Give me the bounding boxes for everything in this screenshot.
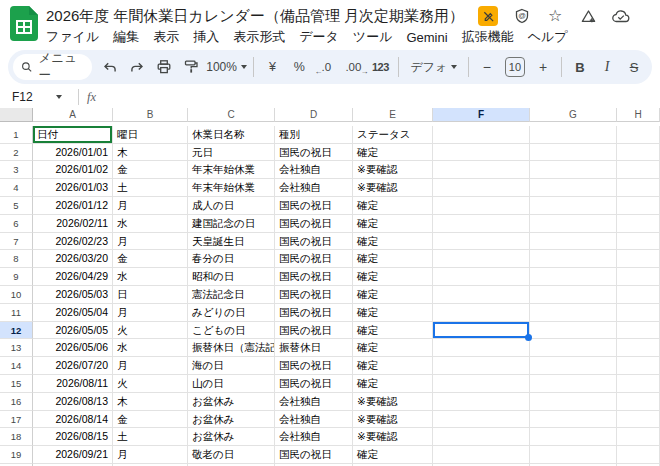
- add-shortcut-icon[interactable]: [579, 7, 597, 25]
- cell-D4[interactable]: 会社独自: [275, 179, 353, 197]
- row-header-5[interactable]: 5: [0, 197, 33, 215]
- cell-D3[interactable]: 会社独自: [275, 161, 353, 179]
- column-header-G[interactable]: G: [530, 108, 617, 122]
- menu-挿入[interactable]: 挿入: [186, 27, 226, 47]
- row-header-10[interactable]: 10: [0, 286, 33, 304]
- cell-G1[interactable]: [530, 126, 617, 144]
- cell-E13[interactable]: 確定: [353, 339, 433, 357]
- cell-C10[interactable]: 憲法記念日: [188, 286, 275, 304]
- cell-C11[interactable]: みどりの日: [188, 304, 275, 322]
- column-header-E[interactable]: E: [353, 108, 433, 122]
- row-header-14[interactable]: 14: [0, 357, 33, 375]
- row-header-8[interactable]: 8: [0, 250, 33, 268]
- column-header-H[interactable]: H: [617, 108, 660, 122]
- menu-ファイル[interactable]: ファイル: [39, 27, 106, 47]
- cell-C16[interactable]: お盆休み: [188, 393, 275, 411]
- cell-B3[interactable]: 金: [113, 161, 188, 179]
- cell-H12[interactable]: [617, 322, 660, 340]
- cell-H10[interactable]: [617, 286, 660, 304]
- cell-D10[interactable]: 国民の祝日: [275, 286, 353, 304]
- cell-G13[interactable]: [530, 339, 617, 357]
- cell-E6[interactable]: 確定: [353, 215, 433, 233]
- cell-G5[interactable]: [530, 197, 617, 215]
- cell-E12[interactable]: 確定: [353, 322, 433, 340]
- row-header-13[interactable]: 13: [0, 339, 33, 357]
- italic-button[interactable]: I: [594, 54, 620, 80]
- cell-A1[interactable]: 日付: [33, 126, 113, 144]
- cell-A17[interactable]: 2026/08/14: [33, 411, 113, 429]
- redo-button[interactable]: [124, 54, 150, 80]
- cell-B10[interactable]: 日: [113, 286, 188, 304]
- cell-C19[interactable]: 敬老の日: [188, 446, 275, 464]
- cell-G7[interactable]: [530, 233, 617, 251]
- cell-F8[interactable]: [433, 250, 530, 268]
- cell-H15[interactable]: [617, 375, 660, 393]
- cell-A18[interactable]: 2026/08/15: [33, 428, 113, 446]
- row-header-18[interactable]: 18: [0, 428, 33, 446]
- star-icon[interactable]: ☆: [546, 7, 564, 25]
- menu-データ[interactable]: データ: [292, 27, 346, 47]
- cell-G8[interactable]: [530, 250, 617, 268]
- cell-F17[interactable]: [433, 411, 530, 429]
- cell-H18[interactable]: [617, 428, 660, 446]
- cell-E11[interactable]: 確定: [353, 304, 433, 322]
- cell-B6[interactable]: 水: [113, 215, 188, 233]
- cell-C5[interactable]: 成人の日: [188, 197, 275, 215]
- menu-拡張機能[interactable]: 拡張機能: [455, 27, 521, 47]
- cell-H19[interactable]: [617, 446, 660, 464]
- cell-C9[interactable]: 昭和の日: [188, 268, 275, 286]
- column-header-D[interactable]: D: [275, 108, 353, 122]
- cell-A10[interactable]: 2026/05/03: [33, 286, 113, 304]
- row-header-3[interactable]: 3: [0, 161, 33, 179]
- cell-F7[interactable]: [433, 233, 530, 251]
- cell-G16[interactable]: [530, 393, 617, 411]
- decrease-font-size-button[interactable]: −: [474, 54, 500, 80]
- cell-D6[interactable]: 国民の祝日: [275, 215, 353, 233]
- cell-H6[interactable]: [617, 215, 660, 233]
- cell-G3[interactable]: [530, 161, 617, 179]
- cell-D16[interactable]: 会社独自: [275, 393, 353, 411]
- cell-C4[interactable]: 年末年始休業: [188, 179, 275, 197]
- paint-format-button[interactable]: [178, 54, 204, 80]
- cell-E5[interactable]: 確定: [353, 197, 433, 215]
- cell-E14[interactable]: 確定: [353, 357, 433, 375]
- cell-F18[interactable]: [433, 428, 530, 446]
- cell-E18[interactable]: ※要確認: [353, 428, 433, 446]
- cell-C7[interactable]: 天皇誕生日: [188, 233, 275, 251]
- cell-D15[interactable]: 国民の祝日: [275, 375, 353, 393]
- cell-H9[interactable]: [617, 268, 660, 286]
- cell-G18[interactable]: [530, 428, 617, 446]
- cell-H1[interactable]: [617, 126, 660, 144]
- cell-E17[interactable]: ※要確認: [353, 411, 433, 429]
- row-header-1[interactable]: 1: [0, 126, 33, 144]
- cell-H8[interactable]: [617, 250, 660, 268]
- cell-B9[interactable]: 水: [113, 268, 188, 286]
- cell-E15[interactable]: 確定: [353, 375, 433, 393]
- row-header-6[interactable]: 6: [0, 215, 33, 233]
- cell-D12[interactable]: 国民の祝日: [275, 322, 353, 340]
- menu-表示[interactable]: 表示: [146, 27, 186, 47]
- cell-D19[interactable]: 国民の祝日: [275, 446, 353, 464]
- cell-A9[interactable]: 2026/04/29: [33, 268, 113, 286]
- column-header-C[interactable]: C: [188, 108, 275, 122]
- cell-B4[interactable]: 土: [113, 179, 188, 197]
- chevron-down-icon[interactable]: [56, 95, 62, 99]
- cell-H13[interactable]: [617, 339, 660, 357]
- menu-Gemini[interactable]: Gemini: [399, 29, 454, 46]
- row-header-17[interactable]: 17: [0, 411, 33, 429]
- font-size-input[interactable]: 10: [505, 57, 525, 77]
- cell-H14[interactable]: [617, 357, 660, 375]
- cell-C3[interactable]: 年末年始休業: [188, 161, 275, 179]
- column-header-B[interactable]: B: [113, 108, 188, 122]
- cell-F4[interactable]: [433, 179, 530, 197]
- cell-H4[interactable]: [617, 179, 660, 197]
- cell-A14[interactable]: 2026/07/20: [33, 357, 113, 375]
- cell-B16[interactable]: 木: [113, 393, 188, 411]
- column-header-A[interactable]: A: [33, 108, 113, 122]
- cell-F19[interactable]: [433, 446, 530, 464]
- cell-H7[interactable]: [617, 233, 660, 251]
- cell-D14[interactable]: 国民の祝日: [275, 357, 353, 375]
- increase-font-size-button[interactable]: +: [530, 54, 556, 80]
- cell-B17[interactable]: 金: [113, 411, 188, 429]
- cell-E3[interactable]: ※要確認: [353, 161, 433, 179]
